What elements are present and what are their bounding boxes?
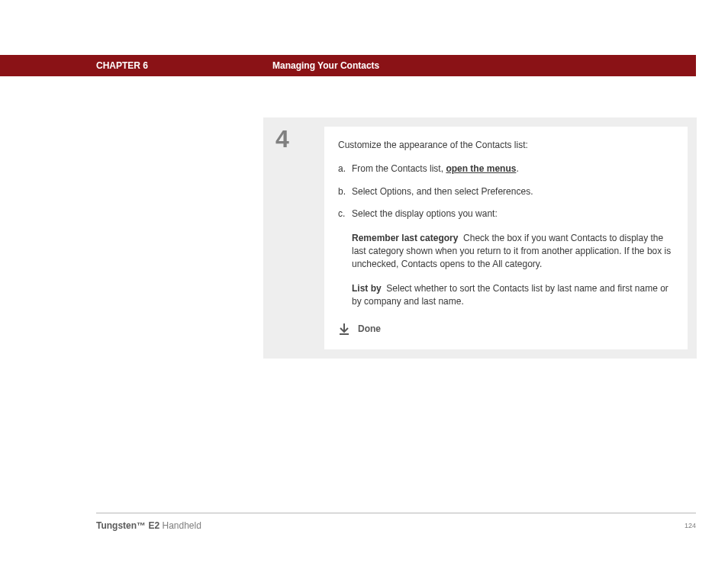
display-options-block: Remember last category Check the box if … [352,232,674,309]
option-label: Remember last category [352,233,458,243]
substep-text: From the Contacts list, open the menus. [352,162,674,175]
footer-product: Tungsten™ E2 Handheld [96,520,201,531]
substep-marker: b. [338,185,352,198]
chapter-header-bar: CHAPTER 6 Managing Your Contacts [0,55,696,76]
open-menus-link[interactable]: open the menus [446,163,516,174]
option-text: Select whether to sort the Contacts list… [352,283,668,307]
substep-text: Select the display options you want: [352,208,674,220]
done-label: Done [358,323,381,336]
step-number: 4 [275,127,324,151]
footer-rule [96,513,696,513]
option-label: List by [352,283,382,294]
page-number: 124 [685,522,696,529]
step-number-column: 4 [272,127,324,349]
step-sublist: a. From the Contacts list, open the menu… [338,162,674,220]
chapter-label: CHAPTER 6 [96,60,148,71]
option-remember: Remember last category Check the box if … [352,232,674,272]
substep-marker: c. [338,208,352,220]
substep-a: a. From the Contacts list, open the menu… [338,162,674,175]
done-row: Done [338,323,674,336]
done-arrow-icon [338,323,350,335]
substep-c: c. Select the display options you want: [338,208,674,220]
option-listby: List by Select whether to sort the Conta… [352,282,674,309]
step-intro: Customize the appearance of the Contacts… [338,139,674,152]
step-content: Customize the appearance of the Contacts… [324,127,688,349]
substep-marker: a. [338,162,352,175]
step-box: 4 Customize the appearance of the Contac… [263,117,697,359]
substep-b: b. Select Options, and then select Prefe… [338,185,674,198]
substep-text: Select Options, and then select Preferen… [352,185,674,198]
chapter-title: Managing Your Contacts [272,60,379,71]
